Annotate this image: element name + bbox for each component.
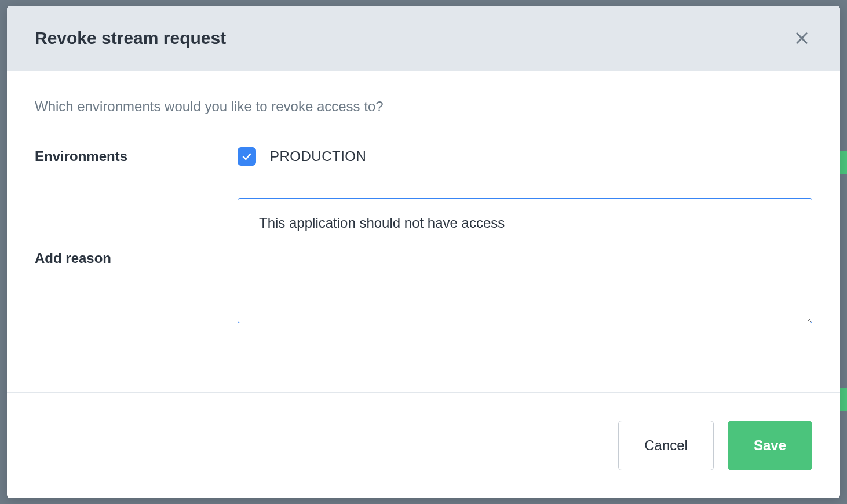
modal-footer: Cancel Save [7, 392, 840, 498]
environments-label: Environments [35, 147, 238, 165]
reason-label: Add reason [35, 198, 238, 266]
production-checkbox[interactable] [238, 147, 256, 166]
environments-control: PRODUCTION [238, 147, 812, 166]
modal-header: Revoke stream request [7, 6, 840, 71]
environment-option: PRODUCTION [238, 147, 812, 166]
modal-body: Which environments would you like to rev… [7, 71, 840, 392]
save-button[interactable]: Save [728, 421, 812, 470]
background-stripe [840, 388, 847, 411]
reason-textarea[interactable] [238, 198, 812, 323]
environments-row: Environments PRODUCTION [35, 147, 812, 166]
cancel-button[interactable]: Cancel [618, 421, 714, 470]
background-stripe [840, 151, 847, 174]
reason-control [238, 198, 812, 326]
production-label: PRODUCTION [270, 148, 366, 165]
modal-title: Revoke stream request [35, 28, 226, 48]
check-icon [241, 151, 253, 162]
close-button[interactable] [791, 28, 812, 49]
revoke-stream-modal: Revoke stream request Which environments… [7, 6, 840, 498]
close-icon [794, 30, 810, 46]
reason-row: Add reason [35, 198, 812, 326]
prompt-text: Which environments would you like to rev… [35, 98, 812, 115]
